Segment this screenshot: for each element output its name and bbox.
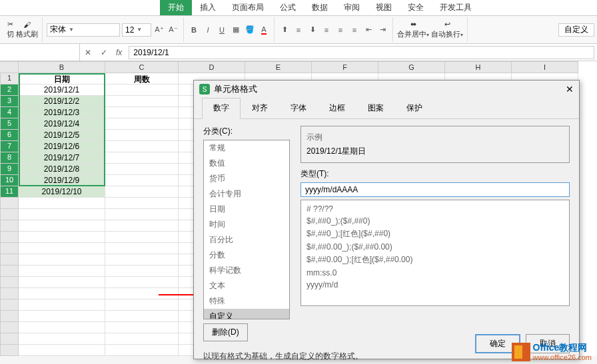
category-item[interactable]: 文本: [204, 278, 289, 293]
dialog-tab-font[interactable]: 字体: [279, 98, 318, 118]
format-item[interactable]: yyyy/m/d: [304, 279, 566, 291]
format-item[interactable]: # ??/??: [304, 203, 566, 215]
category-item[interactable]: 数值: [204, 156, 289, 171]
increase-font-icon[interactable]: A⁺: [153, 24, 165, 36]
row-head-16[interactable]: [0, 243, 19, 254]
tab-start[interactable]: 开始: [160, 0, 192, 15]
row-head-18[interactable]: [0, 266, 19, 277]
cell-C8[interactable]: [105, 152, 179, 164]
cell-C13[interactable]: [105, 209, 179, 220]
format-item[interactable]: $#,##0.00_);($#,##0.00): [304, 241, 566, 253]
cell-C6[interactable]: [105, 130, 179, 141]
row-head-9[interactable]: 9: [0, 164, 19, 175]
cell-B18[interactable]: [19, 266, 105, 277]
format-item[interactable]: $#,##0.00_);[红色]($#,##0.00): [304, 253, 566, 267]
col-head-D[interactable]: D: [179, 61, 245, 73]
fill-color-icon[interactable]: 🪣: [244, 24, 256, 36]
row-head-5[interactable]: 5: [0, 118, 19, 130]
category-item[interactable]: 时间: [204, 217, 289, 232]
cell-C25[interactable]: [105, 345, 179, 356]
cell-B4[interactable]: 2019/12/3: [19, 107, 105, 118]
row-head-10[interactable]: 10: [0, 175, 19, 186]
font-name-combo[interactable]: 宋体▼: [47, 23, 120, 37]
cell-B15[interactable]: [19, 232, 105, 243]
row-head-14[interactable]: [0, 220, 19, 232]
font-size-combo[interactable]: 12▼: [122, 23, 151, 37]
cell-C21[interactable]: [105, 299, 179, 311]
fx-icon[interactable]: fx: [112, 48, 126, 57]
cell-C4[interactable]: [105, 107, 179, 118]
cell-C16[interactable]: [105, 243, 179, 254]
row-head-21[interactable]: [0, 299, 19, 311]
cell-B22[interactable]: [19, 311, 105, 322]
name-box[interactable]: [0, 44, 80, 61]
cell-C18[interactable]: [105, 266, 179, 277]
cell-C3[interactable]: [105, 96, 179, 107]
row-head-19[interactable]: [0, 277, 19, 288]
col-head-H[interactable]: H: [445, 61, 512, 73]
type-input[interactable]: [300, 182, 570, 197]
dialog-tab-protect[interactable]: 保护: [395, 98, 434, 118]
cell-B6[interactable]: 2019/12/5: [19, 130, 105, 141]
align-middle-icon[interactable]: ≡: [293, 24, 304, 36]
format-item[interactable]: mm:ss.0: [304, 267, 566, 279]
tab-insert[interactable]: 插入: [192, 0, 224, 15]
cell-B20[interactable]: [19, 288, 105, 299]
confirm-entry-icon[interactable]: ✓: [96, 48, 112, 57]
format-item[interactable]: $#,##0_);[红色]($#,##0): [304, 227, 566, 241]
cell-B13[interactable]: [19, 209, 105, 220]
format-item[interactable]: $#,##0_);($#,##0): [304, 215, 566, 227]
tab-view[interactable]: 视图: [368, 0, 400, 15]
row-head-1[interactable]: 1: [0, 73, 19, 85]
row-head-3[interactable]: 3: [0, 96, 19, 107]
align-center-icon[interactable]: ≡: [334, 24, 346, 36]
cell-C14[interactable]: [105, 220, 179, 232]
cell-C15[interactable]: [105, 232, 179, 243]
row-head-7[interactable]: 7: [0, 141, 19, 152]
cell-B2[interactable]: 2019/12/1: [19, 85, 105, 96]
col-head-I[interactable]: I: [512, 61, 578, 73]
cell-B24[interactable]: [19, 333, 105, 345]
row-head-25[interactable]: [0, 345, 19, 356]
cell-B12[interactable]: [19, 198, 105, 209]
align-bottom-icon[interactable]: ⬇: [306, 24, 318, 36]
cut-button[interactable]: ✂ 切: [7, 20, 14, 39]
row-head-20[interactable]: [0, 288, 19, 299]
format-painter-button[interactable]: 🖌 格式刷: [16, 21, 38, 39]
col-head-B[interactable]: B: [19, 61, 105, 73]
cell-B23[interactable]: [19, 322, 105, 333]
dialog-tab-number[interactable]: 数字: [202, 98, 241, 119]
cell-C10[interactable]: [105, 175, 179, 186]
cell-C1[interactable]: 周数: [105, 73, 179, 85]
row-head-2[interactable]: 2: [0, 85, 19, 96]
category-item[interactable]: 自定义: [204, 309, 289, 319]
row-head-24[interactable]: [0, 333, 19, 345]
cell-B3[interactable]: 2019/12/2: [19, 96, 105, 107]
category-item[interactable]: 百分比: [204, 232, 289, 248]
cell-B9[interactable]: 2019/12/8: [19, 164, 105, 175]
close-icon[interactable]: ✕: [566, 84, 574, 94]
cell-C20[interactable]: [105, 288, 179, 299]
underline-icon[interactable]: U: [216, 24, 228, 36]
tab-dev[interactable]: 开发工具: [432, 0, 480, 15]
cell-C23[interactable]: [105, 322, 179, 333]
row-head-17[interactable]: [0, 254, 19, 266]
cell-C12[interactable]: [105, 198, 179, 209]
row-head-6[interactable]: 6: [0, 130, 19, 141]
align-top-icon[interactable]: ⬆: [279, 24, 291, 36]
tab-formula[interactable]: 公式: [272, 0, 304, 15]
border-icon[interactable]: ▦: [230, 24, 242, 36]
wrap-text-button[interactable]: ↩ 自动换行▾: [431, 20, 463, 39]
italic-icon[interactable]: I: [202, 24, 214, 36]
col-head-G[interactable]: G: [378, 61, 445, 73]
tab-data[interactable]: 数据: [304, 0, 336, 15]
cell-B8[interactable]: 2019/12/7: [19, 152, 105, 164]
cell-B25[interactable]: [19, 345, 105, 356]
cell-B19[interactable]: [19, 277, 105, 288]
cell-C19[interactable]: [105, 277, 179, 288]
merge-center-button[interactable]: ⬌ 合并居中▾: [397, 20, 429, 39]
row-head-15[interactable]: [0, 232, 19, 243]
col-head-C[interactable]: C: [105, 61, 179, 73]
tab-review[interactable]: 审阅: [336, 0, 368, 15]
row-head-4[interactable]: 4: [0, 107, 19, 118]
